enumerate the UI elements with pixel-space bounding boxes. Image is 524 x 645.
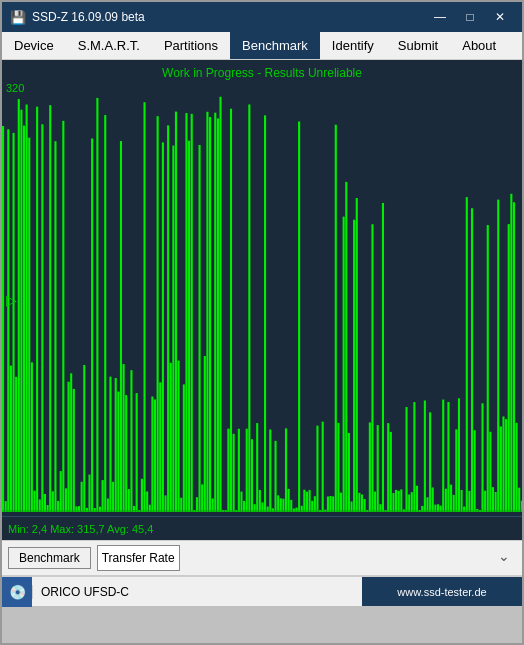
device-icon: 💿: [2, 577, 32, 607]
menu-item-partitions[interactable]: Partitions: [152, 32, 230, 59]
menu-item-identify[interactable]: Identify: [320, 32, 386, 59]
transfer-rate-select[interactable]: Transfer Rate: [97, 545, 180, 571]
title-bar-text: SSD-Z 16.09.09 beta: [32, 10, 426, 24]
chart-area: Work in Progress - Results Unreliable 32…: [2, 60, 522, 540]
title-bar-controls: — □ ✕: [426, 7, 514, 27]
menu-bar: Device S.M.A.R.T. Partitions Benchmark I…: [2, 32, 522, 60]
chart-play-button[interactable]: ▷: [6, 292, 17, 308]
status-bar: 💿 ORICO UFSD-C www.ssd-tester.de: [2, 576, 522, 606]
app-icon: 💾: [10, 9, 26, 25]
menu-item-device[interactable]: Device: [2, 32, 66, 59]
chart-stats-text: Min: 2,4 Max: 315,7 Avg: 45,4: [8, 523, 153, 535]
minimize-button[interactable]: —: [426, 7, 454, 27]
maximize-button[interactable]: □: [456, 7, 484, 27]
chart-title: Work in Progress - Results Unreliable: [2, 62, 522, 84]
menu-item-benchmark[interactable]: Benchmark: [230, 32, 320, 59]
benchmark-chart: [2, 96, 522, 512]
menu-item-about[interactable]: About: [450, 32, 508, 59]
close-button[interactable]: ✕: [486, 7, 514, 27]
benchmark-button[interactable]: Benchmark: [8, 547, 91, 569]
device-name: ORICO UFSD-C: [32, 585, 362, 599]
website-url: www.ssd-tester.de: [362, 577, 522, 606]
chart-stats: Min: 2,4 Max: 315,7 Avg: 45,4: [2, 516, 522, 540]
menu-item-smart[interactable]: S.M.A.R.T.: [66, 32, 152, 59]
bottom-toolbar: Benchmark Transfer Rate: [2, 540, 522, 576]
title-bar: 💾 SSD-Z 16.09.09 beta — □ ✕: [2, 2, 522, 32]
chart-y-label: 320: [6, 82, 24, 94]
menu-item-submit[interactable]: Submit: [386, 32, 450, 59]
transfer-rate-select-wrapper: Transfer Rate: [97, 545, 516, 571]
